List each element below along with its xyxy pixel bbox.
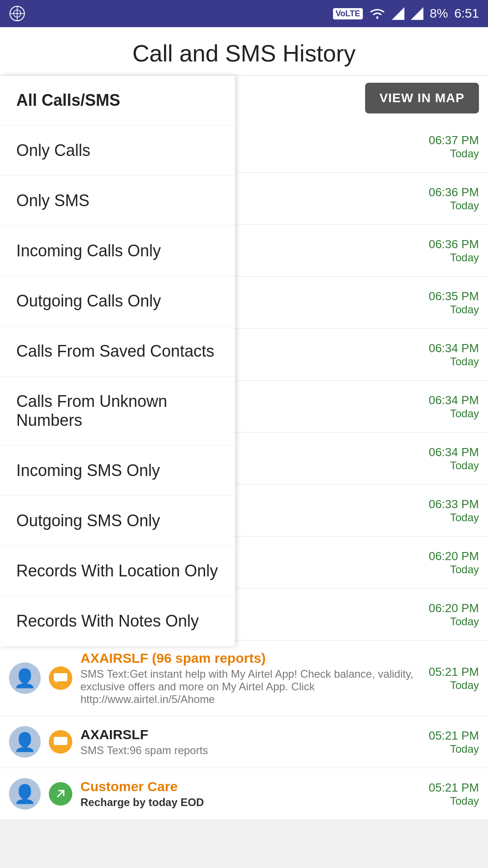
avatar: 👤: [9, 726, 41, 758]
filter-item-incoming-calls[interactable]: Incoming Calls Only: [0, 226, 235, 276]
filter-item-incoming-sms[interactable]: Incoming SMS Only: [0, 446, 235, 496]
call-info: Customer Care Recharge by today EOD: [80, 779, 429, 809]
wifi-icon: [369, 7, 385, 20]
filter-item-all[interactable]: All Calls/SMS: [0, 75, 235, 126]
sms-icon: [54, 673, 67, 683]
contact-desc: SMS Text:Get instant help with My Airtel…: [80, 668, 429, 706]
list-item[interactable]: 👤 Customer Care Recharge by today EOD 05…: [0, 768, 488, 820]
filter-item-saved-contacts[interactable]: Calls From Saved Contacts: [0, 326, 235, 377]
filter-dropdown-menu: All Calls/SMS Only Calls Only SMS Incomi…: [0, 75, 235, 646]
avatar: 👤: [9, 778, 41, 810]
sms-icon-badge: [49, 730, 72, 754]
item-time: 06:36 PM Today: [429, 185, 479, 212]
page-title: Call and SMS History: [9, 40, 479, 67]
svg-marker-19: [55, 681, 58, 683]
app-bar: Call and SMS History: [0, 27, 488, 75]
filter-item-outgoing-calls[interactable]: Outgoing Calls Only: [0, 276, 235, 326]
status-bar-right: VoLTE 8% 6:51: [333, 6, 479, 21]
svg-rect-18: [54, 673, 67, 681]
signal-icon: [392, 7, 404, 20]
call-info: AXAIRSLF SMS Text:96 spam reports: [80, 727, 429, 757]
sms-icon: [54, 737, 67, 747]
outgoing-icon-badge: [49, 782, 72, 806]
filter-item-only-calls[interactable]: Only Calls: [0, 126, 235, 176]
svg-marker-4: [392, 7, 404, 20]
list-item[interactable]: 👤 AXAIRSLF SMS Text:96 spam reports 05:2…: [0, 716, 488, 768]
item-time: 06:33 PM Today: [429, 497, 479, 524]
item-time: 06:34 PM Today: [429, 393, 479, 420]
avatar: 👤: [9, 662, 41, 694]
outgoing-call-icon: [54, 787, 67, 801]
call-time: 05:21 PM Today: [429, 781, 479, 807]
contact-desc: Recharge by today EOD: [80, 796, 429, 809]
filter-item-with-location[interactable]: Records With Location Only: [0, 546, 235, 596]
person-icon: 👤: [14, 783, 36, 805]
call-info: AXAIRSLF (96 spam reports) SMS Text:Get …: [80, 651, 429, 706]
call-time: 05:21 PM Today: [429, 729, 479, 755]
item-time: 06:35 PM Today: [429, 289, 479, 316]
content-area: All Calls/SMS Only Calls Only SMS Incomi…: [0, 75, 488, 820]
view-in-map-button[interactable]: VIEW IN MAP: [365, 83, 479, 113]
filter-item-with-notes[interactable]: Records With Notes Only: [0, 596, 235, 646]
svg-rect-20: [54, 737, 67, 745]
item-time: 06:34 PM Today: [429, 341, 479, 368]
item-time: 06:36 PM Today: [429, 237, 479, 264]
signal-icon-2: [411, 7, 423, 20]
clock: 6:51: [455, 6, 479, 21]
volte-badge: VoLTE: [333, 8, 363, 19]
contact-name: AXAIRSLF (96 spam reports): [80, 651, 429, 666]
item-time: 06:20 PM Today: [429, 549, 479, 576]
app-icon: [9, 5, 25, 22]
status-bar-left: [9, 5, 25, 22]
person-icon: 👤: [14, 668, 36, 689]
item-time: 06:34 PM Today: [429, 445, 479, 472]
filter-item-only-sms[interactable]: Only SMS: [0, 176, 235, 226]
item-time: 06:37 PM Today: [429, 133, 479, 160]
status-bar: VoLTE 8% 6:51: [0, 0, 488, 27]
call-time: 05:21 PM Today: [429, 665, 479, 692]
sms-icon-badge: [49, 666, 72, 690]
contact-desc: SMS Text:96 spam reports: [80, 744, 429, 757]
battery-level: 8%: [430, 6, 448, 21]
filter-item-outgoing-sms[interactable]: Outgoing SMS Only: [0, 496, 235, 546]
item-time: 06:20 PM Today: [429, 601, 479, 628]
list-item[interactable]: 👤 AXAIRSLF (96 spam reports) SMS Text:Ge…: [0, 641, 488, 716]
person-icon: 👤: [14, 731, 36, 753]
contact-name: AXAIRSLF: [80, 727, 429, 742]
contact-name: Customer Care: [80, 779, 429, 794]
filter-item-unknown-numbers[interactable]: Calls From Unknown Numbers: [0, 377, 235, 446]
